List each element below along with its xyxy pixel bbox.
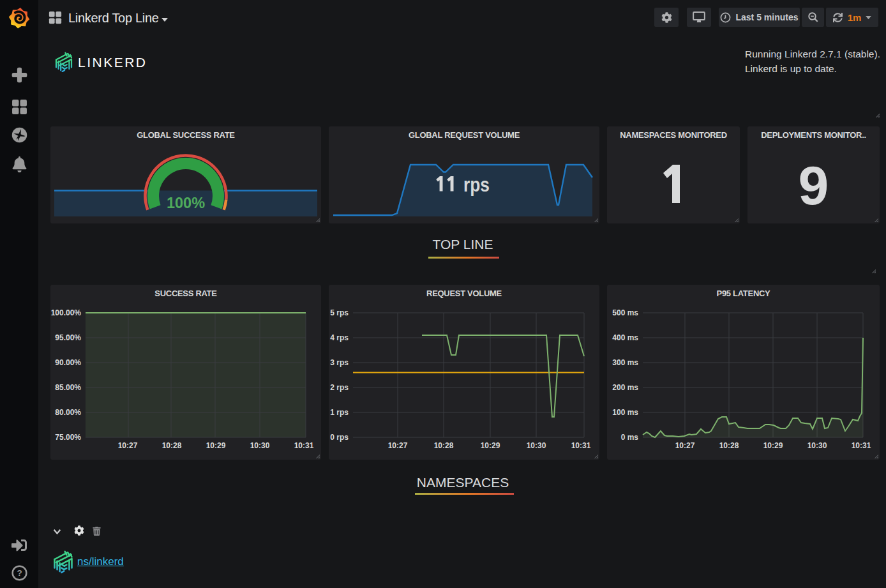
svg-text:75.00%: 75.00% (55, 433, 81, 442)
svg-text:90.00%: 90.00% (55, 358, 81, 367)
svg-text:10:29: 10:29 (206, 441, 226, 450)
svg-text:?: ? (17, 568, 22, 578)
svg-text:400 ms: 400 ms (612, 333, 638, 342)
svg-text:10:29: 10:29 (481, 441, 500, 450)
svg-text:10:28: 10:28 (434, 441, 454, 450)
svg-text:10:28: 10:28 (719, 441, 739, 450)
svg-text:10:31: 10:31 (294, 441, 314, 450)
svg-text:4 rps: 4 rps (330, 333, 349, 342)
svg-text:2 rps: 2 rps (330, 383, 349, 392)
svg-text:10:30: 10:30 (250, 441, 270, 450)
svg-text:10:27: 10:27 (675, 441, 695, 450)
svg-text:10:27: 10:27 (388, 441, 408, 450)
svg-text:0 rps: 0 rps (330, 433, 349, 442)
svg-text:0 ms: 0 ms (621, 433, 639, 442)
svg-text:3 rps: 3 rps (330, 358, 349, 367)
svg-text:10:30: 10:30 (527, 441, 546, 450)
svg-text:95.00%: 95.00% (55, 333, 81, 342)
svg-text:100 ms: 100 ms (612, 408, 638, 417)
svg-text:100%: 100% (167, 195, 205, 211)
svg-text:10:31: 10:31 (852, 441, 871, 450)
svg-text:200 ms: 200 ms (612, 383, 638, 392)
svg-text:5 rps: 5 rps (330, 308, 349, 317)
svg-text:500 ms: 500 ms (612, 308, 638, 317)
svg-text:100.00%: 100.00% (51, 308, 82, 317)
svg-text:10:28: 10:28 (162, 441, 182, 450)
svg-text:85.00%: 85.00% (55, 383, 81, 392)
svg-text:10:27: 10:27 (118, 441, 138, 450)
svg-text:rps: rps (463, 174, 490, 196)
svg-text:10:30: 10:30 (807, 441, 827, 450)
svg-text:80.00%: 80.00% (55, 408, 81, 417)
svg-text:10:31: 10:31 (571, 441, 591, 450)
svg-text:300 ms: 300 ms (612, 358, 638, 367)
svg-text:10:29: 10:29 (763, 441, 783, 450)
svg-text:1 rps: 1 rps (330, 408, 349, 417)
